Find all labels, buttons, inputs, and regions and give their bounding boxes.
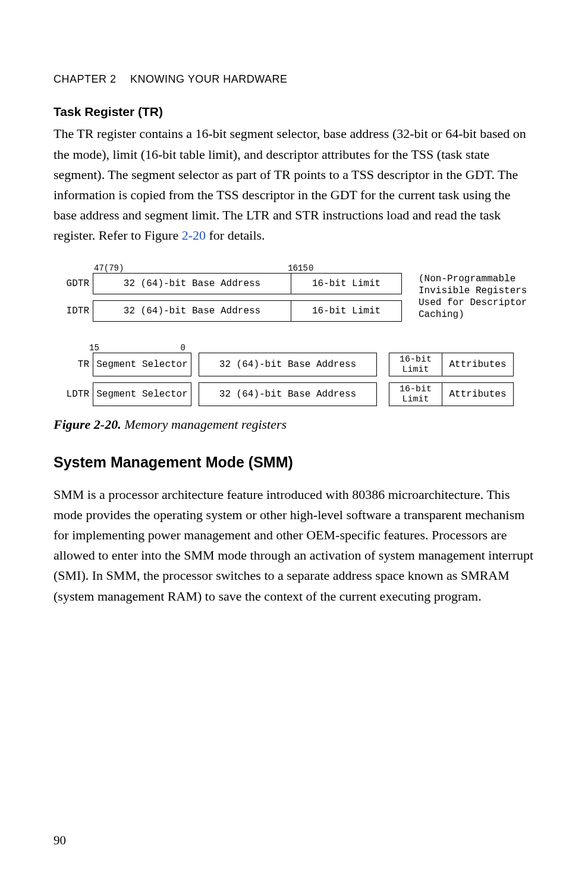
tr-label: TR	[54, 353, 93, 376]
gdtr-label: GDTR	[54, 273, 93, 294]
chapter-label: CHAPTER 2	[54, 71, 117, 88]
chapter-header: CHAPTER 2 KNOWING YOUR HARDWARE	[54, 71, 534, 88]
chapter-title: KNOWING YOUR HARDWARE	[130, 73, 288, 85]
ldtr-base-address: 32 (64)-bit Base Address	[199, 382, 377, 406]
ldtr-row: LDTR Segment Selector 32 (64)-bit Base A…	[54, 382, 534, 406]
invisible-registers-note: (Non-Programmable Invisible Registers Us…	[402, 273, 534, 321]
section-title-smm: System Management Mode (SMM)	[54, 451, 534, 474]
figure-caption: Figure 2-20. Memory management registers	[54, 417, 534, 432]
ldtr-attributes: Attributes	[442, 382, 514, 406]
figure-caption-text: Memory management registers	[121, 417, 287, 432]
axis-16: 16	[287, 263, 298, 273]
axis-15b: 15	[89, 343, 96, 353]
tr-base-address: 32 (64)-bit Base Address	[199, 353, 377, 376]
para1-text-b: for details.	[206, 228, 265, 243]
tr-limit: 16-bit Limit	[389, 353, 442, 376]
paragraph-smm: SMM is a processor architecture feature …	[54, 485, 534, 607]
section-title-tr: Task Register (TR)	[54, 102, 534, 122]
axis-0b: 0	[180, 343, 185, 353]
tr-row: TR Segment Selector 32 (64)-bit Base Add…	[54, 353, 534, 376]
ldtr-label: LDTR	[54, 382, 93, 406]
figure-caption-number: Figure 2-20.	[54, 417, 121, 432]
bottom-bit-axis: 15 0	[89, 343, 534, 353]
idtr-label: IDTR	[54, 300, 93, 322]
axis-15: 15	[298, 263, 309, 273]
axis-47-79: 47(79)	[93, 263, 287, 273]
page-number: 90	[54, 831, 66, 850]
axis-0: 0	[309, 263, 315, 273]
gdtr-base-address: 32 (64)-bit Base Address	[93, 273, 291, 294]
figure-ref-link[interactable]: 2-20	[182, 228, 206, 243]
tr-attributes: Attributes	[442, 353, 514, 376]
gdtr-limit: 16-bit Limit	[291, 273, 402, 294]
ldtr-segment-selector: Segment Selector	[93, 382, 191, 406]
paragraph-tr: The TR register contains a 16-bit segmen…	[54, 124, 534, 246]
figure-2-20: 47(79) 16 15 0 GDTR 32 (64)-bit Base Add…	[54, 263, 534, 432]
para1-text-a: The TR register contains a 16-bit segmen…	[54, 126, 526, 242]
idtr-limit: 16-bit Limit	[291, 300, 402, 322]
page: CHAPTER 2 KNOWING YOUR HARDWARE Task Reg…	[0, 0, 588, 892]
ldtr-limit: 16-bit Limit	[389, 382, 442, 406]
idtr-base-address: 32 (64)-bit Base Address	[93, 300, 291, 322]
top-bit-axis: 47(79) 16 15 0	[93, 263, 315, 273]
tr-segment-selector: Segment Selector	[93, 353, 191, 376]
